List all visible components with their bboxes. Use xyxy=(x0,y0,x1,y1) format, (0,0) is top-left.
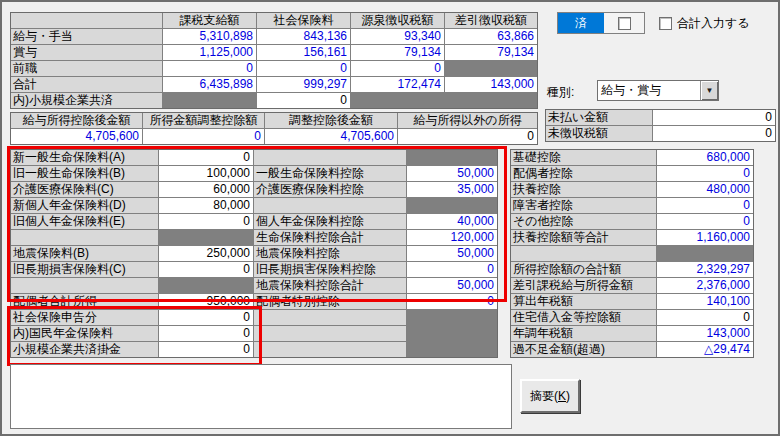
value-cell[interactable]: 250,000 xyxy=(159,246,253,261)
value-cell: 50,000 xyxy=(407,166,497,181)
row-label xyxy=(511,246,656,261)
value-cell: 2,329,297 xyxy=(657,262,753,277)
row-label: 生命保険料控除合計 xyxy=(254,230,406,245)
disabled-cell xyxy=(407,342,497,357)
value-cell: 0 xyxy=(407,262,497,277)
value-cell[interactable]: 950,000 xyxy=(159,294,253,309)
value-cell: 1,160,000 xyxy=(657,230,753,245)
row-label: 未払い金額 xyxy=(546,110,652,125)
row-label: 地震保険料(B) xyxy=(11,246,158,261)
row-label: 配偶者特別控除 xyxy=(254,294,406,309)
value-cell[interactable]: 0 xyxy=(159,150,253,165)
row-label: 介護医療保険料控除 xyxy=(254,182,406,197)
disabled-cell xyxy=(407,198,497,213)
memo-button[interactable]: 摘要(K) xyxy=(520,379,580,413)
row-label: 地震保険料控除合計 xyxy=(254,278,406,293)
income-deduction-table: 給与所得控除後金額所得金額調整控除額調整控除後金額給与所得以外の所得4,705,… xyxy=(10,112,538,145)
value-cell[interactable]: 0 xyxy=(257,93,350,108)
value-cell[interactable]: 0 xyxy=(159,310,253,325)
value-cell: 143,000 xyxy=(657,326,753,341)
disabled-cell xyxy=(657,246,753,261)
value-cell: 0 xyxy=(657,166,753,181)
type-dropdown-value: 給与・賞与 xyxy=(598,81,700,100)
column-header: 課税支給額 xyxy=(163,13,256,28)
value-cell: 5,310,898 xyxy=(163,29,256,44)
row-label xyxy=(11,278,158,293)
row-label: 所得控除額の合計額 xyxy=(511,262,656,277)
row-label: 旧一般生命保険料(B) xyxy=(11,166,158,181)
value-cell: 6,435,898 xyxy=(163,77,256,92)
row-label: 合計 xyxy=(11,77,162,92)
value-cell: 79,134 xyxy=(445,45,537,60)
value-cell: 2,376,000 xyxy=(657,278,753,293)
value-cell: △29,474 xyxy=(657,342,753,357)
value-cell[interactable]: 60,000 xyxy=(159,182,253,197)
done-checkbox[interactable] xyxy=(618,17,631,30)
payment-table: 課税支給額社会保険料源泉徴収税額差引徴収税額給与・手当5,310,898843,… xyxy=(10,12,538,109)
value-cell[interactable]: 0 xyxy=(159,326,253,341)
value-cell[interactable]: 0 xyxy=(653,126,775,141)
row-label: 差引課税給与所得金額 xyxy=(511,278,656,293)
row-label xyxy=(254,326,406,341)
row-label xyxy=(254,342,406,357)
value-cell: 0 xyxy=(351,61,444,76)
row-label: 社会保険申告分 xyxy=(11,310,158,325)
value-cell[interactable]: 0 xyxy=(159,214,253,229)
total-input-checkbox[interactable] xyxy=(659,17,672,30)
type-label: 種別: xyxy=(547,84,574,101)
value-cell: 0 xyxy=(257,61,350,76)
value-cell: 0 xyxy=(407,294,497,309)
disabled-cell xyxy=(407,150,497,165)
memo-button-label-close: ) xyxy=(566,389,570,403)
value-cell[interactable]: 0 xyxy=(159,342,253,357)
column-header: 社会保険料 xyxy=(257,13,350,28)
value-cell: 0 xyxy=(657,214,753,229)
disabled-cell xyxy=(445,93,537,108)
column-header: 給与所得控除後金額 xyxy=(11,113,142,128)
row-label: 基礎控除 xyxy=(511,150,656,165)
row-label: 扶養控除額等合計 xyxy=(511,230,656,245)
value-cell[interactable]: 0 xyxy=(653,110,775,125)
row-label: 賞与 xyxy=(11,45,162,60)
value-cell: 0 xyxy=(163,61,256,76)
value-cell: 40,000 xyxy=(407,214,497,229)
disabled-cell xyxy=(159,230,253,245)
row-label: 給与・手当 xyxy=(11,29,162,44)
value-cell: 0 xyxy=(657,198,753,213)
payroll-year-end-adjustment-window: 課税支給額社会保険料源泉徴収税額差引徴収税額給与・手当5,310,898843,… xyxy=(0,0,780,436)
memo-textarea[interactable] xyxy=(10,364,512,429)
insurance-input-grid: 新一般生命保険料(A)0旧一般生命保険料(B)100,000一般生命保険料控除5… xyxy=(10,149,498,358)
row-label xyxy=(11,230,158,245)
row-label xyxy=(254,310,406,325)
disabled-cell xyxy=(445,61,537,76)
done-indicator[interactable]: 済 xyxy=(558,13,604,33)
value-cell: 93,340 xyxy=(351,29,444,44)
row-label: 過不足金額(超過) xyxy=(511,342,656,357)
row-label: 扶養控除 xyxy=(511,182,656,197)
value-cell[interactable]: 0 xyxy=(657,310,753,325)
row-label: 未徴収税額 xyxy=(546,126,652,141)
row-label: 個人年金保険料控除 xyxy=(254,214,406,229)
value-cell: 50,000 xyxy=(407,246,497,261)
value-cell: 156,161 xyxy=(257,45,350,60)
value-cell[interactable]: 100,000 xyxy=(159,166,253,181)
value-cell: 480,000 xyxy=(657,182,753,197)
row-label: 旧長期損害保険料控除 xyxy=(254,262,406,277)
chevron-down-icon[interactable]: ▼ xyxy=(700,81,718,100)
row-label: 新個人年金保険料(D) xyxy=(11,198,158,213)
value-cell[interactable]: 80,000 xyxy=(159,198,253,213)
type-dropdown[interactable]: 給与・賞与 ▼ xyxy=(597,80,719,101)
row-label: 内)国民年金保険料 xyxy=(11,326,158,341)
row-label: 前職 xyxy=(11,61,162,76)
row-label: 新一般生命保険料(A) xyxy=(11,150,158,165)
row-label: 旧個人年金保険料(E) xyxy=(11,214,158,229)
column-header: 源泉徴収税額 xyxy=(351,13,444,28)
row-label xyxy=(254,198,406,213)
column-header: 調整控除後金額 xyxy=(265,113,397,128)
value-cell: 680,000 xyxy=(657,150,753,165)
column-header xyxy=(11,13,162,28)
value-cell[interactable]: 0 xyxy=(398,129,537,144)
total-input-label: 合計入力する xyxy=(677,15,750,32)
value-cell[interactable]: 0 xyxy=(159,262,253,277)
column-header: 差引徴収税額 xyxy=(445,13,537,28)
